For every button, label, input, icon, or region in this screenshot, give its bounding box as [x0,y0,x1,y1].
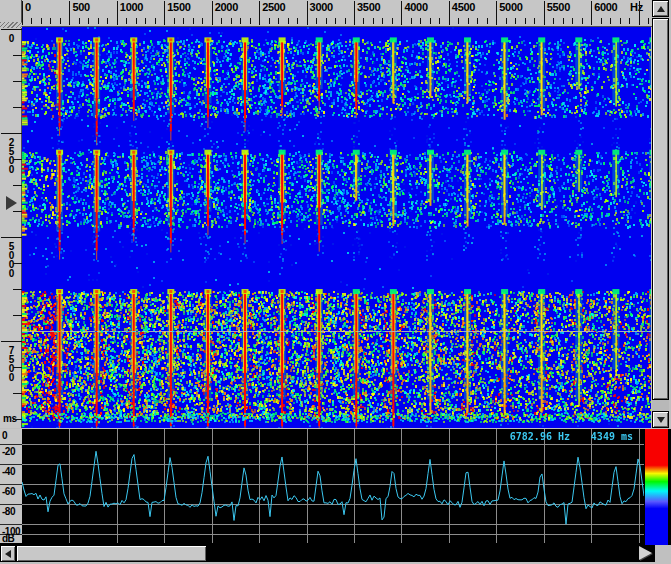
ruler-minor-tick [13,263,22,264]
ruler-minor-tick [534,18,535,24]
frequency-unit-label: Hz [630,1,643,13]
frequency-ruler-label: 1000 [120,1,143,13]
time-ruler-label: 7500 [3,345,17,381]
spectrum-plot[interactable] [22,429,644,543]
ruler-minor-tick [221,18,222,24]
frequency-ruler-label: 2000 [215,1,238,13]
ruler-major-tick [1,133,22,134]
frequency-ruler-label: 0 [25,1,31,13]
time-ruler-label: 0 [3,33,17,42]
ruler-minor-tick [79,18,80,24]
ruler-minor-tick [107,18,108,24]
ruler-minor-tick [458,18,459,24]
ruler-minor-tick [373,18,374,24]
scroll-up-button[interactable] [652,0,669,17]
ruler-major-tick [1,29,22,30]
ruler-minor-tick [126,18,127,24]
ruler-minor-tick [13,419,22,420]
ruler-major-tick [1,237,22,238]
ruler-minor-tick [563,18,564,24]
ruler-major-tick [354,1,355,25]
ruler-minor-tick [13,185,22,186]
ruler-minor-tick [13,159,22,160]
ruler-minor-tick [477,18,478,24]
ruler-minor-tick [363,18,364,24]
ruler-minor-tick [60,18,61,24]
db-scale-line [0,444,22,445]
ruler-major-tick [1,341,22,342]
ruler-minor-tick [231,18,232,24]
scroll-left-button[interactable] [0,545,16,562]
ruler-minor-tick [240,18,241,24]
spectrogram-display[interactable] [22,27,651,428]
ruler-hatch-strip [0,22,22,28]
db-scale: dB 0-20-40-60-80-100 [0,429,22,543]
ruler-major-tick [69,1,70,25]
vertical-scrollbar-thumb[interactable] [652,18,669,400]
ruler-minor-tick [506,18,507,24]
ruler-minor-tick [13,211,22,212]
horizontal-scrollbar[interactable] [0,545,655,562]
ruler-major-tick [259,1,260,25]
ruler-minor-tick [31,18,32,24]
ruler-minor-tick [430,18,431,24]
ruler-minor-tick [620,18,621,24]
frequency-ruler-label: 3000 [310,1,333,13]
ruler-minor-tick [392,18,393,24]
ruler-minor-tick [13,367,22,368]
ruler-minor-tick [13,393,22,394]
ruler-minor-tick [145,18,146,24]
ruler-major-tick [591,1,592,25]
ruler-minor-tick [13,107,22,108]
ruler-minor-tick [278,18,279,24]
frequency-ruler-label: 6000 [594,1,617,13]
ruler-minor-tick [98,18,99,24]
ruler-major-tick [117,1,118,25]
ruler-major-tick [22,1,23,25]
frequency-ruler-label: 5500 [547,1,570,13]
ruler-minor-tick [629,18,630,24]
ruler-minor-tick [610,18,611,24]
ruler-minor-tick [174,18,175,24]
ruler-minor-tick [439,18,440,24]
db-scale-label: -80 [2,506,15,517]
ruler-major-tick [401,1,402,25]
ruler-minor-tick [316,18,317,24]
spectrogram-app-window: Hz 0500100015002000250030003500400045005… [0,0,671,564]
spectrum-panel: dB 0-20-40-60-80-100 6782.96 Hz 4349 ms [0,429,671,546]
ruler-major-tick [449,1,450,25]
db-scale-label: 0 [2,430,7,441]
ruler-minor-tick [345,18,346,24]
ruler-minor-tick [411,18,412,24]
horizontal-scrollbar-thumb[interactable] [16,545,207,562]
ruler-minor-tick [41,18,42,24]
ruler-minor-tick [326,18,327,24]
scroll-down-button[interactable] [652,411,669,428]
time-ruler-label: 5000 [3,241,17,277]
frequency-ruler-label: 5000 [499,1,522,13]
intensity-colorbar [645,429,668,546]
ruler-major-tick [639,1,640,25]
db-scale-line [0,464,22,465]
ruler-minor-tick [269,18,270,24]
db-scale-line [0,524,22,525]
ruler-minor-tick [88,18,89,24]
frequency-ruler-label: 1500 [167,1,190,13]
frequency-ruler-label: 4000 [404,1,427,13]
ruler-minor-tick [13,289,22,290]
ruler-minor-tick [13,315,22,316]
vertical-scrollbar[interactable] [652,0,669,428]
ruler-minor-tick [13,81,22,82]
time-ruler: ms 0250050007500 [0,27,22,428]
ruler-minor-tick [382,18,383,24]
scroll-right-icon[interactable] [639,546,652,560]
ruler-minor-tick [183,18,184,24]
ruler-major-tick [212,1,213,25]
ruler-minor-tick [601,18,602,24]
frequency-ruler: Hz 0500100015002000250030003500400045005… [22,0,652,27]
ruler-minor-tick [136,18,137,24]
ruler-minor-tick [335,18,336,24]
scroll-down-icon [657,417,665,423]
db-scale-label: -60 [2,486,15,497]
time-position-marker[interactable] [6,196,17,210]
